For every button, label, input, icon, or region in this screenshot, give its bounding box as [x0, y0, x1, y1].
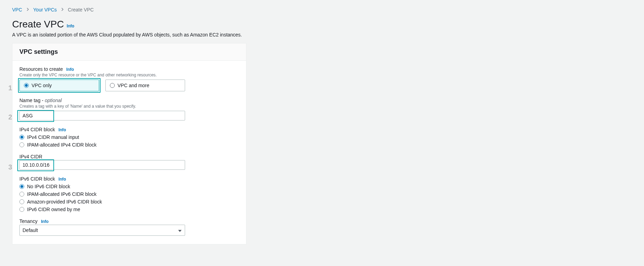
- hint-name-tag: Creates a tag with a key of 'Name' and a…: [19, 104, 239, 109]
- breadcrumb-link-your-vpcs[interactable]: Your VPCs: [33, 7, 57, 13]
- radio-label: No IPv6 CIDR block: [27, 184, 70, 189]
- label-resources-to-create: Resources to create: [19, 66, 63, 72]
- radio-ipv6-amazon[interactable]: Amazon-provided IPv6 CIDR block: [19, 199, 239, 205]
- hint-resources-to-create: Create only the VPC resource or the VPC …: [19, 73, 239, 77]
- radio-tile-vpc-only[interactable]: VPC only: [19, 80, 99, 91]
- info-link-tenancy[interactable]: Info: [41, 219, 49, 224]
- vpc-settings-panel: VPC settings 1 Resources to create Info …: [12, 43, 246, 244]
- radio-icon: [19, 207, 24, 212]
- radio-icon: [19, 184, 24, 189]
- info-link-ipv6-block[interactable]: Info: [59, 177, 66, 182]
- radio-ipv4-ipam[interactable]: IPAM-allocated IPv4 CIDR block: [19, 142, 239, 148]
- radio-tile-label: VPC only: [32, 83, 52, 88]
- radio-icon: [19, 192, 24, 197]
- breadcrumb-current: Create VPC: [68, 7, 94, 13]
- radio-icon: [19, 142, 24, 147]
- radio-ipv6-ipam[interactable]: IPAM-allocated IPv6 CIDR block: [19, 191, 239, 197]
- radio-ipv4-manual[interactable]: IPv4 CIDR manual input: [19, 134, 239, 140]
- label-ipv4-cidr-block: IPv4 CIDR block: [19, 127, 55, 132]
- label-tenancy: Tenancy: [19, 218, 37, 224]
- info-link-page[interactable]: Info: [67, 24, 74, 28]
- radio-icon: [110, 83, 115, 88]
- radio-label: IPv6 CIDR owned by me: [27, 207, 80, 212]
- radio-tile-vpc-and-more[interactable]: VPC and more: [105, 80, 185, 91]
- breadcrumb: VPC Your VPCs Create VPC: [12, 7, 644, 13]
- page-title: Create VPC: [12, 19, 64, 30]
- select-tenancy[interactable]: Default: [19, 225, 185, 236]
- radio-label: IPAM-allocated IPv4 CIDR block: [27, 142, 96, 148]
- label-name-tag: Name tag - optional: [19, 98, 62, 103]
- radio-label: Amazon-provided IPv6 CIDR block: [27, 199, 102, 205]
- radio-label: IPv4 CIDR manual input: [27, 134, 79, 140]
- chevron-right-icon: [26, 7, 29, 12]
- radio-icon: [19, 199, 24, 204]
- panel-title: VPC settings: [19, 48, 239, 56]
- step-marker-2: 2: [8, 114, 12, 120]
- step-marker-1: 1: [8, 84, 12, 91]
- step-marker-3: 3: [8, 164, 12, 171]
- input-ipv4-cidr[interactable]: [19, 160, 185, 170]
- radio-label: IPAM-allocated IPv6 CIDR block: [27, 191, 96, 197]
- label-ipv6-cidr-block: IPv6 CIDR block: [19, 176, 55, 182]
- radio-ipv6-owned[interactable]: IPv6 CIDR owned by me: [19, 207, 239, 212]
- chevron-right-icon: [61, 7, 64, 12]
- radio-icon: [24, 83, 29, 88]
- label-ipv4-cidr: IPv4 CIDR: [19, 154, 42, 159]
- radio-icon: [19, 135, 24, 140]
- radio-ipv6-none[interactable]: No IPv6 CIDR block: [19, 184, 239, 189]
- info-link-resources[interactable]: Info: [66, 67, 74, 72]
- input-name-tag[interactable]: [19, 111, 185, 120]
- info-link-ipv4-block[interactable]: Info: [59, 127, 66, 132]
- page-description: A VPC is an isolated portion of the AWS …: [12, 32, 644, 38]
- radio-tile-label: VPC and more: [118, 83, 149, 88]
- select-value: Default: [23, 227, 38, 233]
- breadcrumb-link-vpc[interactable]: VPC: [12, 7, 22, 13]
